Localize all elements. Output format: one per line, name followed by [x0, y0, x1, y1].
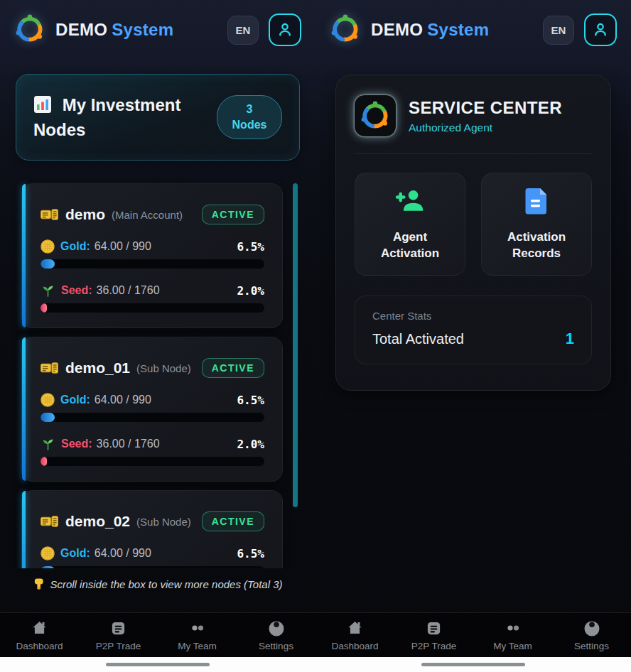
node-name: demo: [65, 206, 105, 223]
service-actions: Agent Activation Activation Records: [355, 173, 592, 276]
gold-percent: 6.5%: [237, 547, 264, 560]
home-strip: [0, 657, 316, 672]
app-title: DEMOSystem: [55, 20, 173, 40]
seed-value: 36.00 / 1760: [97, 284, 160, 297]
scroll-hint: Scroll inside the box to view more nodes…: [0, 578, 316, 590]
nodes-count: 3: [229, 102, 270, 117]
ticket-icon: [41, 207, 58, 222]
seed-label: Seed:: [61, 438, 92, 450]
action-tile[interactable]: Agent Activation: [355, 173, 465, 276]
team-icon: [504, 619, 522, 637]
coin-icon: [41, 393, 55, 407]
seed-progress-fill: [41, 303, 47, 313]
home-icon: [31, 619, 48, 637]
status-badge: ACTIVE: [202, 358, 264, 378]
seed-progress-track: [41, 303, 264, 313]
gold-percent: 6.5%: [237, 394, 264, 407]
community-logo-icon: [330, 13, 361, 45]
nav-item[interactable]: Dashboard: [0, 613, 79, 657]
nav-item[interactable]: Settings: [237, 613, 316, 657]
bottom-nav: Dashboard P2P Trade My Team: [0, 612, 316, 657]
profile-button[interactable]: [584, 13, 617, 46]
gold-progress-track: [41, 566, 264, 568]
seedling-icon: [41, 283, 55, 298]
seedling-icon: [41, 437, 55, 451]
nav-item-label: P2P Trade: [96, 641, 141, 651]
node-card[interactable]: demo_01 (Sub Node) ACTIVE Gold: 64.00 / …: [21, 337, 283, 482]
gold-progress-fill: [41, 259, 55, 269]
brand-secondary: System: [112, 20, 173, 39]
center-stats-card: Center Stats Total Activated 1: [355, 296, 592, 364]
nav-item[interactable]: My Team: [158, 613, 237, 657]
document-icon: [524, 187, 549, 218]
bottom-nav: Dashboard P2P Trade My Team: [316, 612, 631, 657]
app-title: DEMOSystem: [371, 20, 489, 40]
gold-label: Gold:: [60, 240, 90, 253]
nav-item-label: Dashboard: [16, 641, 63, 651]
home-strip: [316, 657, 631, 672]
brand-primary: DEMO: [55, 20, 107, 39]
gold-progress-fill: [41, 566, 55, 568]
divider: [355, 153, 592, 154]
service-center-title: SERVICE CENTER: [409, 98, 562, 118]
ticket-icon: [41, 514, 58, 529]
gold-progress-track: [41, 259, 264, 269]
service-center-panel: SERVICE CENTER Authorized Agent Agent Ac…: [335, 75, 611, 391]
node-card[interactable]: demo (Main Account) ACTIVE Gold: 64.00 /…: [21, 183, 283, 328]
node-card[interactable]: demo_02 (Sub Node) ACTIVE Gold: 64.00 / …: [21, 490, 283, 568]
scroll-hint-text: Scroll inside the box to view more nodes…: [50, 578, 282, 590]
node-type: (Sub Node): [136, 362, 191, 374]
stats-heading: Center Stats: [372, 310, 574, 322]
person-icon: [591, 21, 610, 39]
team-icon: [188, 619, 207, 637]
gold-value: 64.00 / 990: [95, 547, 151, 560]
nav-item[interactable]: P2P Trade: [394, 613, 473, 657]
pointing-down-icon: [33, 578, 45, 590]
seed-percent: 2.0%: [237, 438, 264, 451]
person-add-icon: [394, 187, 426, 218]
status-badge: ACTIVE: [202, 511, 264, 531]
investment-panel-title: My Investment Nodes: [33, 94, 211, 141]
nodes-scroll-area[interactable]: demo (Main Account) ACTIVE Gold: 64.00 /…: [0, 178, 316, 568]
screen-dashboard: DEMOSystem EN My Investment Nodes 3 Node…: [0, 0, 316, 672]
action-label: Activation Records: [497, 229, 576, 262]
nav-item-label: My Team: [178, 641, 217, 651]
profile-button[interactable]: [269, 13, 301, 46]
settings-icon: [267, 619, 286, 637]
home-indicator[interactable]: [421, 663, 525, 666]
home-indicator[interactable]: [106, 663, 210, 666]
nav-item-label: P2P Trade: [411, 641, 457, 651]
seed-value: 36.00 / 1760: [97, 438, 160, 450]
brand-primary: DEMO: [371, 20, 423, 39]
nav-item-label: My Team: [493, 641, 532, 651]
service-center-logo: [355, 95, 396, 136]
gold-progress-track: [41, 413, 264, 422]
nav-item-label: Settings: [259, 641, 293, 651]
person-icon: [276, 21, 294, 39]
bar-chart-icon: [33, 98, 57, 117]
nav-item[interactable]: Dashboard: [316, 613, 394, 657]
scrollbar-thumb[interactable]: [293, 183, 298, 507]
nodes-count-badge: 3 Nodes: [217, 95, 282, 139]
nav-item[interactable]: Settings: [552, 613, 631, 657]
nav-item-label: Settings: [574, 641, 609, 651]
service-center-subtitle: Authorized Agent: [409, 121, 562, 134]
trade-icon: [426, 619, 442, 637]
action-tile[interactable]: Activation Records: [481, 173, 592, 276]
nav-item[interactable]: P2P Trade: [79, 613, 158, 657]
node-type: (Main Account): [112, 209, 183, 221]
status-badge: ACTIVE: [202, 205, 264, 224]
language-button[interactable]: EN: [227, 16, 259, 45]
community-logo-icon: [360, 100, 391, 131]
app-logo: [330, 13, 362, 46]
gold-progress-fill: [41, 413, 55, 422]
coin-icon: [41, 546, 55, 560]
language-button[interactable]: EN: [543, 16, 574, 45]
ticket-icon: [41, 361, 58, 375]
home-icon: [346, 619, 364, 637]
gold-percent: 6.5%: [237, 240, 264, 254]
brand-secondary: System: [427, 20, 489, 39]
nodes-count-unit: Nodes: [229, 117, 270, 133]
action-label: Agent Activation: [370, 229, 450, 262]
nav-item[interactable]: My Team: [473, 613, 552, 657]
